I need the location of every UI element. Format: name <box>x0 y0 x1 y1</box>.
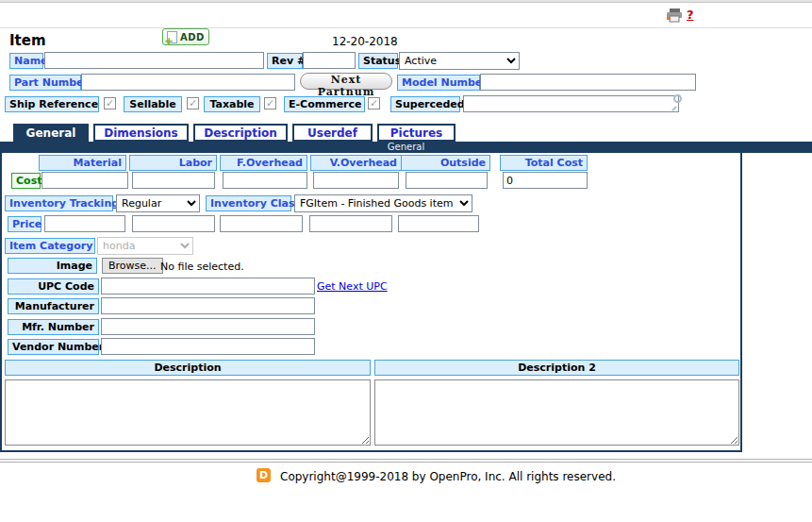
tab-userdef[interactable]: Userdef <box>292 124 373 142</box>
no-file-text: No file selected. <box>160 261 244 273</box>
price-input-1[interactable] <box>44 215 125 232</box>
price-input-2[interactable] <box>132 215 215 232</box>
superceded-label: Superceded <box>390 96 460 112</box>
ship-reference-label: Ship Reference <box>5 96 99 112</box>
cost-row-label: Cost <box>11 173 41 189</box>
add-button[interactable]: ADD <box>162 28 209 45</box>
cost-foverhead-input[interactable] <box>223 172 307 189</box>
footer-divider-bottom <box>0 462 812 463</box>
footer-divider-top <box>0 459 812 460</box>
cost-voverhead-input[interactable] <box>313 172 399 189</box>
item-page: ? Item ADD 12-20-2018 Name Rev # Status … <box>0 0 812 522</box>
tab-general[interactable]: General <box>13 124 89 142</box>
name-input[interactable] <box>44 52 264 69</box>
taxable-label: Taxable <box>204 96 260 112</box>
inventory-tracking-select[interactable]: Regular <box>116 194 200 212</box>
openpro-logo-icon: D <box>257 468 271 482</box>
print-icon[interactable] <box>666 8 683 25</box>
next-partnum-button[interactable]: Next Partnum <box>300 73 392 90</box>
ecommerce-label: E-Commerce <box>284 96 365 112</box>
top-band <box>0 0 812 3</box>
mfr-number-label: Mfr. Number <box>8 319 99 335</box>
cost-outside-input[interactable] <box>406 172 488 189</box>
cost-col-material: Material <box>39 155 126 171</box>
price-input-3[interactable] <box>220 215 303 232</box>
header-divider <box>0 27 812 28</box>
sellable-label: Sellable <box>124 96 182 112</box>
rev-input[interactable] <box>303 52 356 69</box>
current-date: 12-20-2018 <box>332 35 398 48</box>
add-plus-icon <box>167 31 177 43</box>
search-icon[interactable] <box>673 94 682 103</box>
cost-col-outside: Outside <box>401 155 490 171</box>
cost-labor-input[interactable] <box>132 172 215 189</box>
model-number-input[interactable] <box>480 74 696 91</box>
cost-col-voverhead: V.Overhead <box>310 155 402 171</box>
cost-col-foverhead: F.Overhead <box>220 155 307 171</box>
part-number-label: Part Number <box>9 75 81 91</box>
upc-code-label: UPC Code <box>8 278 99 295</box>
price-input-5[interactable] <box>398 215 479 232</box>
inventory-class-label: Inventory Class <box>206 195 291 211</box>
inventory-tracking-label: Inventory Tracking <box>5 195 113 211</box>
taxable-checkbox[interactable]: ✓ <box>264 97 276 109</box>
cost-col-totalcost: Total Cost <box>500 155 588 171</box>
tab-dimensions[interactable]: Dimensions <box>93 124 189 142</box>
ship-reference-checkbox[interactable]: ✓ <box>104 97 116 109</box>
section-header: General <box>0 142 812 153</box>
tab-description[interactable]: Description <box>193 124 288 142</box>
help-link[interactable]: ? <box>687 8 694 22</box>
vendor-number-input[interactable] <box>101 338 315 355</box>
description-textarea[interactable] <box>5 379 371 446</box>
status-select[interactable]: Active <box>399 52 520 70</box>
mfr-number-input[interactable] <box>101 318 315 335</box>
cost-material-input[interactable] <box>41 172 128 189</box>
page-title: Item <box>9 32 46 49</box>
superceded-input[interactable] <box>463 95 679 112</box>
name-label: Name <box>9 53 43 69</box>
get-next-upc-link[interactable]: Get Next UPC <box>317 280 388 293</box>
sellable-checkbox[interactable]: ✓ <box>187 97 199 109</box>
price-label: Price <box>8 216 41 232</box>
cost-totalcost-input[interactable] <box>503 172 588 189</box>
cost-col-labor: Labor <box>129 155 217 171</box>
description-header: Description <box>5 360 371 376</box>
manufacturer-input[interactable] <box>101 297 315 314</box>
description2-header: Description 2 <box>374 360 739 376</box>
upc-code-input[interactable] <box>101 278 315 295</box>
item-category-label: Item Category <box>5 238 95 254</box>
ecommerce-checkbox[interactable]: ✓ <box>368 97 380 109</box>
image-label: Image <box>8 258 97 274</box>
status-label: Status <box>358 53 398 69</box>
tab-pictures[interactable]: Pictures <box>377 124 456 142</box>
part-number-input[interactable] <box>81 74 295 91</box>
add-button-label: ADD <box>180 32 205 42</box>
price-input-4[interactable] <box>309 215 392 232</box>
item-category-select[interactable]: honda <box>97 237 193 255</box>
vendor-number-label: Vendor Number <box>8 339 99 355</box>
model-number-label: Model Number <box>397 75 480 91</box>
manufacturer-label: Manufacturer <box>8 298 99 314</box>
browse-button[interactable]: Browse... <box>102 258 163 274</box>
copyright-text: Copyright@1999-2018 by OpenPro, Inc. All… <box>280 470 616 483</box>
inventory-class-select[interactable]: FGItem - Finished Goods item <box>294 194 472 212</box>
rev-label: Rev # <box>267 53 303 69</box>
description2-textarea[interactable] <box>374 379 739 446</box>
